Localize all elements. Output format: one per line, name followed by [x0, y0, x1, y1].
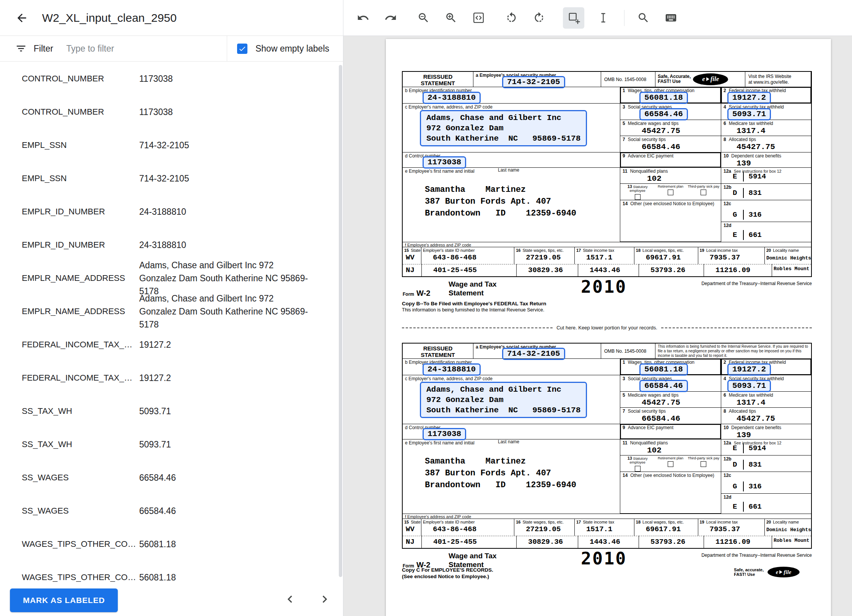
employer-address-annotation[interactable]: Adams, Chase and Gilbert Inc 972 Gonzale…	[420, 382, 587, 418]
ein-annotation[interactable]: 24-3188810	[423, 363, 481, 376]
back-arrow-icon	[15, 11, 28, 24]
treasury-department-label: Department of the Treasury--Internal Rev…	[701, 281, 812, 286]
employer-address-annotation[interactable]: Adams, Chase and Gilbert Inc 972 Gonzale…	[420, 110, 587, 146]
control-number-annotation[interactable]: 1173038	[423, 428, 466, 440]
employee-name-address: Samantha Martinez 387 Burton Fords Apt. …	[425, 456, 620, 491]
list-item[interactable]: FEDERAL_INCOME_TAX_… 19127.2	[0, 361, 338, 394]
filter-list-icon	[15, 43, 27, 54]
w2-box-f: f Employee's address and ZIP code	[403, 242, 811, 248]
label-name: EMPLR_ID_NUMBER	[22, 240, 139, 250]
list-item[interactable]: EMPLR_NAME_ADDRESS Adams, Chase and Gilb…	[0, 261, 338, 295]
show-empty-labels-checkbox[interactable]	[237, 44, 247, 54]
box4-annotation[interactable]: 5093.71	[727, 108, 771, 120]
list-item[interactable]: SS_WAGES 66584.46	[0, 494, 338, 527]
ssn-annotation[interactable]: 714-32-2105	[502, 348, 565, 360]
label-name: SS_WAGES	[22, 473, 139, 483]
label-value: 66584.46	[139, 504, 311, 517]
label-value: 56081.18	[139, 538, 311, 551]
search-button[interactable]	[634, 9, 652, 27]
box1-annotation[interactable]: 56081.18	[639, 92, 688, 104]
label-value: 66584.46	[139, 471, 311, 484]
code-view-button[interactable]	[470, 9, 487, 27]
list-item[interactable]: EMPLR_ID_NUMBER 24-3188810	[0, 195, 338, 228]
box2-annotation[interactable]: 19127.2	[727, 363, 771, 376]
retirement-plan-checkbox[interactable]	[668, 461, 673, 467]
third-party-sick-pay-checkbox[interactable]	[701, 461, 706, 467]
chevron-left-icon	[283, 592, 297, 606]
control-number-annotation[interactable]: 1173038	[423, 156, 466, 169]
box3-annotation[interactable]: 66584.46	[639, 108, 688, 120]
document-title: W2_XL_input_clean_2950	[42, 11, 177, 24]
list-item[interactable]: EMPL_SSN 714-32-2105	[0, 162, 338, 195]
state-table-row-2: NJ 401-25-455 30829.36 1443.46 53793.26 …	[403, 536, 811, 548]
filter-area: Filter	[0, 43, 227, 54]
scrollbar-thumb[interactable]	[339, 65, 342, 577]
box3-annotation[interactable]: 66584.46	[639, 380, 688, 392]
label-name: CONTROL_NUMBER	[22, 107, 139, 117]
zoom-out-button[interactable]	[415, 9, 432, 27]
list-item[interactable]: EMPLR_NAME_ADDRESS Adams, Chase and Gilb…	[0, 295, 338, 328]
list-item[interactable]: EMPLR_ID_NUMBER 24-3188810	[0, 228, 338, 261]
safe-accurate-cell: Safe, Accurate, FAST! Use efile	[655, 72, 745, 87]
w2-box-c: c Employer's name, address, and ZIP code…	[403, 375, 620, 424]
label-value: 1173038	[139, 105, 311, 118]
rotate-left-button[interactable]	[502, 9, 520, 27]
text-select-button[interactable]	[594, 9, 612, 27]
list-item[interactable]: EMPL_SSN 714-32-2105	[0, 128, 338, 162]
w2-box-9: 9Advance EIC payment	[620, 152, 721, 168]
label-value: 714-32-2105	[139, 172, 311, 185]
filter-bar: Filter Show empty labels	[0, 36, 343, 62]
search-icon	[637, 11, 650, 24]
rotate-left-icon	[505, 11, 518, 24]
w2-box-12a: 12aSee instructions for box 12 E5914	[721, 439, 811, 456]
box4-annotation[interactable]: 5093.71	[727, 380, 771, 392]
retirement-plan-checkbox[interactable]	[668, 190, 673, 195]
w2-box-3: 3Social security wages 66584.46	[620, 104, 721, 120]
third-party-sick-pay-checkbox[interactable]	[701, 190, 706, 195]
filter-input[interactable]	[66, 44, 181, 54]
box2-annotation[interactable]: 19127.2	[727, 92, 771, 104]
chevron-right-icon	[317, 592, 332, 606]
label-value: 19127.2	[139, 338, 311, 351]
w2-box-e: e Employee's first name and initial Last…	[403, 439, 620, 514]
text-select-icon	[597, 11, 610, 24]
keyboard-button[interactable]	[662, 9, 680, 27]
label-name: EMPLR_NAME_ADDRESS	[22, 306, 139, 316]
redo-button[interactable]	[382, 9, 399, 27]
show-empty-labels-toggle[interactable]: Show empty labels	[227, 36, 343, 61]
back-button[interactable]	[15, 11, 28, 24]
undo-button[interactable]	[354, 9, 372, 27]
rotate-right-button[interactable]	[530, 9, 548, 27]
viewer-toolbar	[343, 0, 852, 36]
statutory-employee-checkbox[interactable]	[635, 194, 641, 200]
document-canvas[interactable]: REISSUED STATEMENT a Employee's social s…	[343, 36, 852, 616]
list-item[interactable]: CONTROL_NUMBER 1173038	[0, 95, 338, 128]
w2-form: REISSUED STATEMENT a Employee's social s…	[402, 343, 812, 549]
w2-box-13: 13 Statutory employee Retirement plan Th…	[620, 184, 721, 200]
statutory-employee-checkbox[interactable]	[635, 466, 641, 472]
tax-year: 2010	[581, 550, 627, 567]
list-item[interactable]: FEDERAL_INCOME_TAX_… 19127.2	[0, 328, 338, 361]
w2-box-12d: 12d E661	[721, 222, 811, 242]
w2-document-copy: REISSUED STATEMENT a Employee's social s…	[402, 343, 812, 580]
list-item[interactable]: SS_WAGES 66584.46	[0, 461, 338, 494]
next-page-button[interactable]	[317, 592, 332, 608]
list-item[interactable]: SS_TAX_WH 5093.71	[0, 394, 338, 428]
list-item[interactable]: WAGES_TIPS_OTHER_CO… 56081.18	[0, 527, 338, 561]
previous-page-button[interactable]	[283, 592, 297, 608]
reissued-statement: REISSUED STATEMENT	[403, 344, 473, 359]
list-item[interactable]: SS_TAX_WH 5093.71	[0, 428, 338, 461]
redo-icon	[384, 11, 397, 24]
mark-as-labeled-button[interactable]: MARK AS LABELED	[10, 588, 118, 612]
ein-annotation[interactable]: 24-3188810	[423, 92, 481, 104]
list-item[interactable]: CONTROL_NUMBER 1173038	[0, 62, 338, 95]
zoom-in-button[interactable]	[442, 9, 460, 27]
undo-icon	[357, 11, 369, 24]
add-bounding-box-button[interactable]	[563, 7, 584, 29]
state-table-row-2: NJ 401-25-455 30829.36 1443.46 53793.26 …	[403, 264, 811, 276]
w2-box-3: 3Social security wages 66584.46	[620, 375, 721, 392]
ssn-annotation[interactable]: 714-32-2105	[502, 76, 565, 88]
visit-irs-cell: Visit the IRS Website at www.irs.gov/efi…	[745, 72, 811, 87]
box1-annotation[interactable]: 56081.18	[639, 363, 688, 376]
w2-box-c: c Employer's name, address, and ZIP code…	[403, 104, 620, 152]
